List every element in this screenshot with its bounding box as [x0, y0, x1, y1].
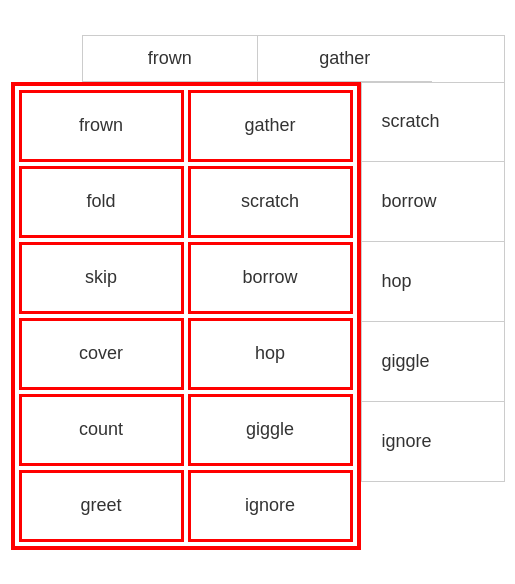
- card-2-5[interactable]: giggle: [188, 394, 353, 466]
- card-column-2: gather scratch borrow hop giggle ignore: [188, 90, 353, 542]
- header-col2: gather: [257, 35, 432, 82]
- card-2-3[interactable]: borrow: [188, 242, 353, 314]
- word-item-2: borrow: [361, 162, 505, 242]
- card-2-6[interactable]: ignore: [188, 470, 353, 542]
- card-1-2[interactable]: fold: [19, 166, 184, 238]
- word-item-3: hop: [361, 242, 505, 322]
- word-item-1: scratch: [361, 82, 505, 162]
- card-2-4[interactable]: hop: [188, 318, 353, 390]
- card-2-1[interactable]: gather: [188, 90, 353, 162]
- card-2-2[interactable]: scratch: [188, 166, 353, 238]
- card-1-1[interactable]: frown: [19, 90, 184, 162]
- card-1-5[interactable]: count: [19, 394, 184, 466]
- card-grid: frown fold skip cover count greet gather…: [11, 82, 361, 550]
- card-1-4[interactable]: cover: [19, 318, 184, 390]
- main-container: frown gather frown fold skip cover count…: [3, 27, 513, 558]
- spacer: [11, 35, 82, 82]
- header-col1: frown: [82, 35, 257, 82]
- header-area: frown gather: [11, 35, 505, 82]
- body-area: frown fold skip cover count greet gather…: [11, 82, 505, 550]
- column-headers: frown gather: [82, 35, 432, 82]
- word-item-4: giggle: [361, 322, 505, 402]
- word-list: scratch borrow hop giggle ignore: [361, 82, 505, 550]
- card-column-1: frown fold skip cover count greet: [19, 90, 184, 542]
- word-item-5: ignore: [361, 402, 505, 482]
- header-right-spacer: [432, 35, 505, 82]
- card-1-3[interactable]: skip: [19, 242, 184, 314]
- card-1-6[interactable]: greet: [19, 470, 184, 542]
